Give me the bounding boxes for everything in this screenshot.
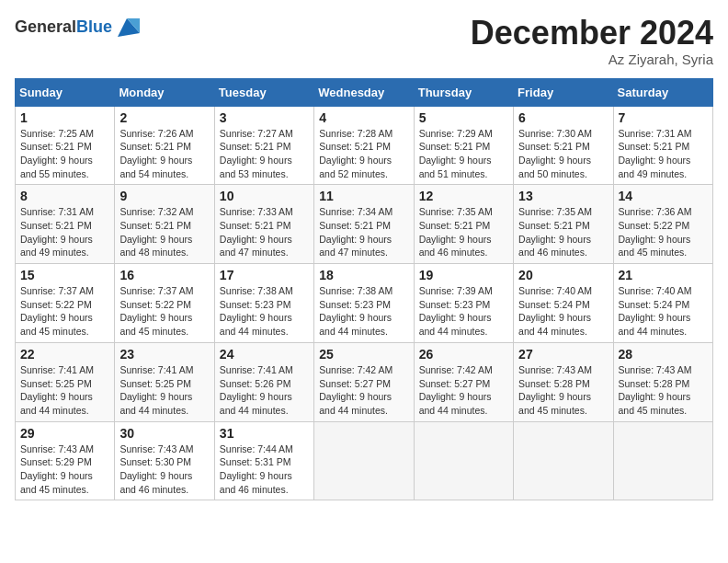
calendar-cell: 10Sunrise: 7:33 AMSunset: 5:21 PMDayligh… [214, 185, 313, 264]
day-info: Sunrise: 7:34 AMSunset: 5:21 PMDaylight:… [319, 205, 408, 259]
day-info: Sunrise: 7:43 AMSunset: 5:30 PMDaylight:… [119, 442, 209, 497]
day-number: 29 [20, 426, 109, 441]
day-info: Sunrise: 7:38 AMSunset: 5:23 PMDaylight:… [319, 284, 408, 339]
day-number: 10 [220, 189, 309, 203]
day-number: 25 [319, 347, 408, 362]
calendar-cell: 11Sunrise: 7:34 AMSunset: 5:21 PMDayligh… [314, 185, 414, 264]
day-info: Sunrise: 7:30 AMSunset: 5:21 PMDaylight:… [518, 127, 608, 181]
day-info: Sunrise: 7:40 AMSunset: 5:24 PMDaylight:… [518, 284, 608, 339]
day-info: Sunrise: 7:43 AMSunset: 5:28 PMDaylight:… [518, 363, 608, 418]
calendar-cell: 27Sunrise: 7:43 AMSunset: 5:28 PMDayligh… [514, 342, 613, 421]
day-info: Sunrise: 7:43 AMSunset: 5:28 PMDaylight:… [619, 363, 708, 418]
calendar-cell: 6Sunrise: 7:30 AMSunset: 5:21 PMDaylight… [514, 106, 613, 185]
day-number: 4 [319, 110, 408, 125]
day-number: 15 [20, 268, 109, 282]
calendar-cell: 14Sunrise: 7:36 AMSunset: 5:22 PMDayligh… [613, 185, 712, 264]
calendar-cell: 17Sunrise: 7:38 AMSunset: 5:23 PMDayligh… [214, 264, 313, 343]
calendar-cell: 18Sunrise: 7:38 AMSunset: 5:23 PMDayligh… [314, 264, 414, 343]
calendar-cell: 13Sunrise: 7:35 AMSunset: 5:21 PMDayligh… [514, 185, 613, 264]
day-number: 7 [619, 110, 708, 125]
calendar-cell [514, 421, 613, 500]
weekday-header-sunday: Sunday [16, 78, 115, 106]
day-info: Sunrise: 7:29 AMSunset: 5:21 PMDaylight:… [419, 127, 508, 181]
week-row-4: 22Sunrise: 7:41 AMSunset: 5:25 PMDayligh… [16, 342, 713, 421]
day-info: Sunrise: 7:35 AMSunset: 5:21 PMDaylight:… [419, 205, 508, 259]
day-info: Sunrise: 7:42 AMSunset: 5:27 PMDaylight:… [419, 363, 508, 418]
day-info: Sunrise: 7:43 AMSunset: 5:29 PMDaylight:… [20, 442, 109, 497]
calendar-table: SundayMondayTuesdayWednesdayThursdayFrid… [15, 78, 713, 501]
day-number: 8 [20, 189, 109, 203]
calendar-cell: 16Sunrise: 7:37 AMSunset: 5:22 PMDayligh… [115, 264, 214, 343]
calendar-cell: 29Sunrise: 7:43 AMSunset: 5:29 PMDayligh… [16, 421, 115, 500]
day-number: 1 [20, 110, 109, 125]
logo-general-text: General [15, 17, 76, 36]
calendar-cell [414, 421, 513, 500]
day-number: 21 [619, 268, 708, 282]
day-info: Sunrise: 7:28 AMSunset: 5:21 PMDaylight:… [319, 127, 408, 181]
day-number: 6 [518, 110, 608, 125]
day-number: 9 [119, 189, 209, 203]
day-info: Sunrise: 7:42 AMSunset: 5:27 PMDaylight:… [319, 363, 408, 418]
calendar-cell: 12Sunrise: 7:35 AMSunset: 5:21 PMDayligh… [414, 185, 513, 264]
day-number: 2 [119, 110, 209, 125]
title-block: December 2024 Az Ziyarah, Syria [471, 15, 713, 67]
calendar-cell: 21Sunrise: 7:40 AMSunset: 5:24 PMDayligh… [613, 264, 712, 343]
day-number: 17 [220, 268, 309, 282]
day-info: Sunrise: 7:41 AMSunset: 5:25 PMDaylight:… [20, 363, 109, 418]
day-number: 5 [419, 110, 508, 125]
week-row-5: 29Sunrise: 7:43 AMSunset: 5:29 PMDayligh… [16, 421, 713, 500]
calendar-cell: 24Sunrise: 7:41 AMSunset: 5:26 PMDayligh… [214, 342, 313, 421]
day-info: Sunrise: 7:26 AMSunset: 5:21 PMDaylight:… [119, 127, 209, 181]
logo-icon [114, 15, 140, 40]
day-number: 23 [119, 347, 209, 362]
day-info: Sunrise: 7:25 AMSunset: 5:21 PMDaylight:… [20, 127, 109, 181]
day-number: 30 [119, 426, 209, 441]
day-number: 14 [619, 189, 708, 203]
week-row-1: 1Sunrise: 7:25 AMSunset: 5:21 PMDaylight… [16, 106, 713, 185]
day-info: Sunrise: 7:35 AMSunset: 5:21 PMDaylight:… [518, 205, 608, 259]
weekday-header-friday: Friday [514, 78, 613, 106]
calendar-cell: 23Sunrise: 7:41 AMSunset: 5:25 PMDayligh… [115, 342, 214, 421]
day-info: Sunrise: 7:39 AMSunset: 5:23 PMDaylight:… [419, 284, 508, 339]
day-number: 13 [518, 189, 608, 203]
page-header: GeneralBlue December 2024 Az Ziyarah, Sy… [15, 15, 713, 67]
day-info: Sunrise: 7:40 AMSunset: 5:24 PMDaylight:… [619, 284, 708, 339]
day-info: Sunrise: 7:41 AMSunset: 5:26 PMDaylight:… [220, 363, 309, 418]
day-info: Sunrise: 7:37 AMSunset: 5:22 PMDaylight:… [20, 284, 109, 339]
day-number: 26 [419, 347, 508, 362]
calendar-cell: 9Sunrise: 7:32 AMSunset: 5:21 PMDaylight… [115, 185, 214, 264]
day-number: 20 [518, 268, 608, 282]
day-info: Sunrise: 7:32 AMSunset: 5:21 PMDaylight:… [119, 205, 209, 259]
calendar-cell [314, 421, 414, 500]
day-number: 31 [220, 426, 309, 441]
day-number: 18 [319, 268, 408, 282]
location: Az Ziyarah, Syria [471, 52, 713, 67]
day-info: Sunrise: 7:37 AMSunset: 5:22 PMDaylight:… [119, 284, 209, 339]
week-row-2: 8Sunrise: 7:31 AMSunset: 5:21 PMDaylight… [16, 185, 713, 264]
day-info: Sunrise: 7:31 AMSunset: 5:21 PMDaylight:… [619, 127, 708, 181]
weekday-header-wednesday: Wednesday [314, 78, 414, 106]
calendar-cell: 20Sunrise: 7:40 AMSunset: 5:24 PMDayligh… [514, 264, 613, 343]
logo-blue-text: Blue [76, 17, 112, 36]
day-number: 3 [220, 110, 309, 125]
calendar-cell: 7Sunrise: 7:31 AMSunset: 5:21 PMDaylight… [613, 106, 712, 185]
calendar-cell: 31Sunrise: 7:44 AMSunset: 5:31 PMDayligh… [214, 421, 313, 500]
day-number: 16 [119, 268, 209, 282]
calendar-cell: 30Sunrise: 7:43 AMSunset: 5:30 PMDayligh… [115, 421, 214, 500]
calendar-cell: 4Sunrise: 7:28 AMSunset: 5:21 PMDaylight… [314, 106, 414, 185]
logo: GeneralBlue [15, 15, 140, 40]
day-number: 24 [220, 347, 309, 362]
calendar-cell: 28Sunrise: 7:43 AMSunset: 5:28 PMDayligh… [613, 342, 712, 421]
month-title: December 2024 [471, 15, 713, 52]
day-number: 22 [20, 347, 109, 362]
calendar-cell: 2Sunrise: 7:26 AMSunset: 5:21 PMDaylight… [115, 106, 214, 185]
day-info: Sunrise: 7:31 AMSunset: 5:21 PMDaylight:… [20, 205, 109, 259]
calendar-cell: 5Sunrise: 7:29 AMSunset: 5:21 PMDaylight… [414, 106, 513, 185]
calendar-cell: 8Sunrise: 7:31 AMSunset: 5:21 PMDaylight… [16, 185, 115, 264]
day-info: Sunrise: 7:27 AMSunset: 5:21 PMDaylight:… [220, 127, 309, 181]
calendar-cell: 22Sunrise: 7:41 AMSunset: 5:25 PMDayligh… [16, 342, 115, 421]
calendar-cell: 25Sunrise: 7:42 AMSunset: 5:27 PMDayligh… [314, 342, 414, 421]
calendar-cell [613, 421, 712, 500]
calendar-cell: 15Sunrise: 7:37 AMSunset: 5:22 PMDayligh… [16, 264, 115, 343]
day-info: Sunrise: 7:41 AMSunset: 5:25 PMDaylight:… [119, 363, 209, 418]
